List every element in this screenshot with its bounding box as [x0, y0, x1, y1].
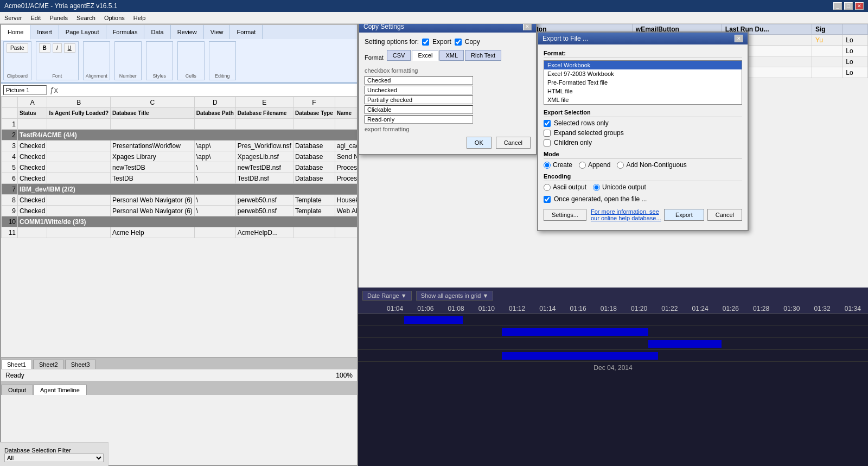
format-tab-xml[interactable]: XML — [439, 50, 464, 61]
copy-dialog-close-btn[interactable]: ✕ — [523, 23, 532, 30]
children-only-checkbox[interactable] — [544, 139, 551, 146]
unchecked-value-input[interactable] — [365, 86, 473, 94]
selected-rows-checkbox[interactable] — [544, 120, 551, 127]
copy-checkbox[interactable] — [455, 39, 462, 46]
export-checkbox[interactable] — [422, 39, 429, 46]
format-option-preformatted[interactable]: Pre-Formatted Text file — [544, 78, 742, 87]
mode-non-contiguous-radio[interactable] — [617, 162, 624, 169]
table-row: 1 — [2, 119, 358, 130]
tab-output[interactable]: Output — [1, 385, 33, 395]
children-only-label[interactable]: Children only — [544, 139, 742, 146]
format-option-html[interactable]: HTML file — [544, 87, 742, 95]
partially-checked-input[interactable] — [365, 95, 473, 104]
once-generated-checkbox[interactable] — [544, 196, 551, 203]
ascii-output-label[interactable]: Ascii output — [544, 183, 586, 191]
export-cancel-button[interactable]: Cancel — [707, 209, 742, 221]
checked-value-input[interactable] — [365, 76, 473, 85]
menu-search[interactable]: Search — [72, 14, 100, 22]
col-header-a[interactable]: A — [18, 97, 47, 108]
mode-non-contiguous-text: Add Non-Contiguous — [626, 161, 686, 169]
ribbon-group-number: Number — [114, 41, 142, 80]
expand-selected-label[interactable]: Expand selected groups — [544, 129, 742, 137]
ribbon-tab-view[interactable]: View — [204, 25, 231, 39]
mode-append-radio[interactable] — [579, 162, 586, 169]
ribbon-tab-page-layout[interactable]: Page Layout — [59, 25, 106, 39]
ribbon-tab-data[interactable]: Data — [144, 25, 170, 39]
mode-label: Mode — [544, 151, 742, 159]
editing-label: Editing — [215, 73, 230, 79]
col-header-d[interactable]: D — [194, 97, 235, 108]
format-option-excel-97[interactable]: Excel 97-2003 Workbook — [544, 69, 742, 78]
app-close-btn[interactable]: ✕ — [855, 2, 864, 10]
name-box[interactable] — [3, 85, 47, 95]
excel-status-bar: Ready 100% — [1, 369, 357, 381]
setting-options-label: Setting options for: — [365, 38, 419, 46]
db-filter-dropdown[interactable]: All — [4, 454, 104, 462]
export-button[interactable]: Export — [664, 209, 704, 221]
formula-input[interactable] — [61, 87, 355, 93]
formula-fx-icon: ƒx — [47, 86, 61, 94]
underline-btn[interactable]: U — [64, 43, 75, 53]
menu-help[interactable]: Help — [129, 14, 150, 22]
ribbon-tab-home[interactable]: Home — [1, 25, 30, 40]
date-range-btn[interactable]: Date Range ▼ — [362, 291, 412, 301]
setting-options-row: Setting options for: Export Copy — [365, 38, 531, 46]
ribbon-tab-review[interactable]: Review — [171, 25, 204, 39]
ribbon-tab-insert[interactable]: Insert — [30, 25, 59, 39]
col-header-f[interactable]: F — [293, 97, 335, 108]
spreadsheet[interactable]: A B C D E F G H I Status Is Agent Fully … — [1, 97, 357, 357]
menu-panels[interactable]: Panels — [45, 14, 72, 22]
copy-ok-btn[interactable]: OK — [467, 137, 492, 149]
group-row-comm1: 10 COMM1/Witte/de (3/3) — [2, 216, 358, 227]
menu-server[interactable]: Server — [0, 14, 26, 22]
table-row: 5 CheckednewTestDB\newTestDB.nsfDatabase… — [2, 162, 358, 173]
format-option-xml[interactable]: XML file — [544, 95, 742, 104]
readonly-value-input[interactable] — [365, 115, 473, 124]
table-row: 9 CheckedPersonal Web Navigator (6)\perw… — [2, 206, 358, 216]
app-maximize-btn[interactable]: □ — [844, 2, 853, 10]
sheet-tab-2[interactable]: Sheet2 — [33, 360, 64, 369]
sheet-tab-1[interactable]: Sheet1 — [1, 360, 32, 369]
group-label-testr4: TestR4/ACME (4/4) — [18, 130, 358, 141]
selected-rows-label[interactable]: Selected rows only — [544, 119, 742, 127]
group-label-ibm: IBM_dev/IBM (2/2) — [18, 184, 358, 195]
menu-options[interactable]: Options — [100, 14, 129, 22]
ribbon-tab-format[interactable]: Format — [230, 25, 263, 39]
italic-btn[interactable]: I — [53, 43, 62, 53]
table-row: 8 CheckedPersonal Web Navigator (6)\perw… — [2, 195, 358, 206]
copy-cancel-btn[interactable]: Cancel — [496, 137, 531, 149]
menu-edit[interactable]: Edit — [26, 14, 45, 22]
unicode-output-label[interactable]: Unicode output — [593, 183, 646, 191]
format-option-excel-workbook[interactable]: Excel Workbook — [544, 61, 742, 69]
expand-selected-checkbox[interactable] — [544, 130, 551, 137]
format-tab-excel[interactable]: Excel — [412, 50, 438, 61]
app-minimize-btn[interactable]: _ — [833, 2, 842, 10]
col-header-g[interactable]: G — [335, 97, 357, 108]
sheet-tab-3[interactable]: Sheet3 — [65, 360, 96, 369]
show-all-agents-btn[interactable]: Show all agents in grid ▼ — [416, 291, 494, 301]
mode-create-label[interactable]: Create — [544, 161, 572, 169]
export-dialog-close-btn[interactable]: ✕ — [735, 35, 743, 42]
settings-button[interactable]: Settings... — [544, 209, 586, 221]
mode-append-label[interactable]: Append — [579, 161, 610, 169]
encoding-label: Encoding — [544, 173, 742, 181]
paste-btn[interactable]: Paste — [7, 43, 28, 53]
mode-create-radio[interactable] — [544, 162, 551, 169]
format-tab-rich-text[interactable]: Rich Text — [465, 50, 501, 61]
format-dropdown[interactable]: Excel Workbook Excel 97-2003 Workbook Pr… — [544, 60, 742, 105]
col-header-b[interactable]: B — [47, 97, 111, 108]
tab-agent-timeline[interactable]: Agent Timeline — [33, 385, 87, 395]
bold-btn[interactable]: B — [39, 43, 50, 53]
ribbon-group-clipboard: Paste Clipboard — [3, 41, 31, 80]
format-tab-csv[interactable]: CSV — [387, 50, 411, 61]
ribbon-tab-formulas[interactable]: Formulas — [106, 25, 145, 39]
mode-non-contiguous-label[interactable]: Add Non-Contiguous — [617, 161, 686, 169]
agent-col-header-5: Sig — [812, 24, 843, 35]
col-header-c[interactable]: C — [111, 97, 195, 108]
ascii-radio[interactable] — [544, 184, 551, 191]
unicode-radio[interactable] — [593, 184, 600, 191]
col-header-e[interactable]: E — [235, 97, 293, 108]
help-link[interactable]: For more information, see our online hel… — [591, 208, 664, 221]
clickable-value-input[interactable] — [365, 105, 473, 114]
header-agent-loaded: Is Agent Fully Loaded? — [47, 108, 111, 119]
